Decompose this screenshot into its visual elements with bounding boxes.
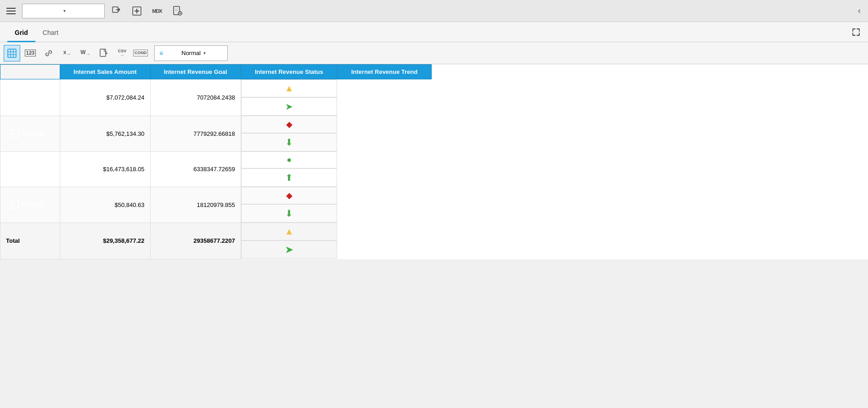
add-button[interactable] — [129, 3, 145, 19]
sales-amount-2003: $5,762,134.30 — [60, 116, 151, 151]
hamburger-button[interactable] — [4, 5, 18, 17]
sales-amount-2004: $16,473,618.05 — [60, 151, 151, 187]
link-icon — [44, 49, 53, 58]
add-icon — [132, 6, 142, 16]
revenue-goal-2005: 18120979.855 — [150, 187, 241, 223]
total-arrow-right-green-icon: ➤ — [285, 244, 293, 255]
total-status: ▲ — [241, 223, 338, 240]
table-row: ► FY 2004 $16,473,618.05 6338347.72659 ●… — [0, 151, 432, 187]
view-dropdown-icon: ≡ — [159, 50, 179, 57]
total-revenue-goal: 29358677.2207 — [150, 223, 241, 259]
revenue-goal-2003: 7779292.66818 — [150, 116, 241, 151]
revenue-goal-2002: 7072084.2438 — [150, 79, 241, 116]
csv-export-button[interactable]: CSV→ — [114, 45, 130, 61]
pivot-export-icon — [112, 6, 122, 16]
top-toolbar: ▾ MDX ‹ — [0, 0, 868, 22]
expand-row-2004-button[interactable]: ► — [11, 165, 19, 173]
mdx-icon: MDX — [152, 8, 162, 14]
formula-icon: x→ — [63, 49, 71, 56]
year-label-2003: FY 2003 — [22, 130, 44, 137]
col-header-sales-amount: Internet Sales Amount — [60, 65, 151, 79]
trend-2003: ⬇ — [241, 133, 338, 151]
chevron-down-icon: ▾ — [63, 8, 101, 13]
empty-header-cell — [0, 65, 60, 79]
total-sales-amount: $29,358,677.22 — [60, 223, 151, 259]
cond-icon: COND — [133, 50, 148, 56]
sales-amount-2005: $50,840.63 — [60, 187, 151, 223]
second-toolbar: 123 x→ W→ CSV→ COND ≡ Normal ▾ — [0, 42, 868, 64]
circle-green-icon: ● — [287, 155, 292, 165]
link-button[interactable] — [40, 45, 57, 61]
expand-row-2002-button[interactable]: ► — [11, 93, 19, 101]
hamburger-line — [6, 11, 16, 11]
year-label-2002: FY 2002 — [22, 94, 44, 101]
data-table: Internet Sales Amount Internet Revenue G… — [0, 64, 432, 259]
report-icon — [172, 6, 182, 16]
year-cell-2005: ► FY 2005 — [0, 187, 60, 223]
word-export-button[interactable]: W→ — [77, 45, 94, 61]
expand-button[interactable] — [851, 28, 861, 39]
svg-rect-10 — [8, 49, 16, 57]
csv-export-icon: CSV→ — [118, 49, 127, 57]
trend-2005: ⬇ — [241, 204, 338, 223]
col-header-revenue-goal: Internet Revenue Goal — [150, 65, 241, 79]
year-cell-2003: ► FY 2003 — [0, 116, 60, 151]
table-row: ► FY 2003 $5,762,134.30 7779292.66818 ◆ … — [0, 116, 432, 151]
year-label-2005: FY 2005 — [22, 201, 44, 208]
total-label: Total — [6, 237, 20, 244]
diamond-red-icon-2: ◆ — [286, 190, 293, 201]
expand-row-2003-button[interactable]: ► — [11, 129, 19, 138]
sales-amount-2002: $7,072,084.24 — [60, 79, 151, 116]
total-label-cell: Total — [0, 223, 60, 259]
triangle-yellow-icon: ▲ — [285, 83, 294, 94]
year-label-2004: FY 2004 — [22, 166, 44, 173]
grid-view-button[interactable] — [4, 45, 20, 61]
col-header-revenue-trend: Internet Revenue Trend — [337, 65, 431, 79]
arrow-up-green-icon: ⬆ — [285, 172, 293, 183]
view-dropdown[interactable]: ≡ Normal ▾ — [154, 45, 228, 61]
expand-row-2005-button[interactable]: ► — [11, 201, 19, 209]
revenue-goal-2004: 6338347.72659 — [150, 151, 241, 187]
year-cell-2004: ► FY 2004 — [0, 151, 60, 187]
expand-icon — [851, 28, 861, 37]
arrow-right-green-icon: ➤ — [285, 101, 293, 112]
main-content: Internet Sales Amount Internet Revenue G… — [0, 64, 868, 259]
arrow-down-green-icon: ⬇ — [285, 137, 293, 148]
conditional-format-button[interactable]: COND — [132, 45, 149, 61]
total-row: Total $29,358,677.22 29358677.2207 ▲ ➤ — [0, 223, 432, 259]
view-dropdown-value: Normal — [181, 50, 201, 56]
year-cell-2002: ► FY 2002 — [0, 79, 60, 116]
collapse-panel-button[interactable]: ‹ — [854, 4, 864, 17]
grid-view-icon — [7, 49, 17, 58]
chevron-down-icon: ▾ — [203, 50, 223, 56]
col-header-revenue-status: Internet Revenue Status — [241, 65, 337, 79]
number-format-icon: 123 — [25, 50, 36, 56]
tab-bar: Grid Chart — [0, 22, 868, 42]
hamburger-line — [6, 8, 16, 9]
status-2003: ◆ — [241, 116, 338, 133]
svg-rect-15 — [100, 49, 106, 56]
trend-2002: ➤ — [241, 97, 338, 116]
word-export-icon: W→ — [80, 49, 90, 56]
pdf-export-icon — [99, 49, 108, 58]
query-dropdown[interactable]: ▾ — [22, 4, 105, 18]
status-2005: ◆ — [241, 187, 338, 204]
arrow-down-green-icon-2: ⬇ — [285, 208, 293, 219]
mdx-button[interactable]: MDX — [149, 3, 165, 19]
formula-button[interactable]: x→ — [59, 45, 75, 61]
hamburger-line — [6, 13, 16, 14]
total-trend: ➤ — [241, 240, 338, 259]
status-2002: ▲ — [241, 79, 338, 97]
pdf-export-button[interactable] — [96, 45, 112, 61]
table-row: ► FY 2002 $7,072,084.24 7072084.2438 ▲ ➤ — [0, 79, 432, 116]
table-row: ► FY 2005 $50,840.63 18120979.855 ◆ ⬇ — [0, 187, 432, 223]
report-button[interactable] — [169, 3, 186, 19]
tab-grid[interactable]: Grid — [7, 24, 35, 42]
tab-chart[interactable]: Chart — [35, 24, 66, 42]
number-format-button[interactable]: 123 — [22, 45, 39, 61]
total-triangle-yellow-icon: ▲ — [285, 226, 294, 237]
trend-2004: ⬆ — [241, 168, 338, 187]
diamond-red-icon: ◆ — [286, 119, 293, 129]
status-2004: ● — [241, 151, 338, 168]
pivot-export-button[interactable] — [108, 3, 125, 19]
